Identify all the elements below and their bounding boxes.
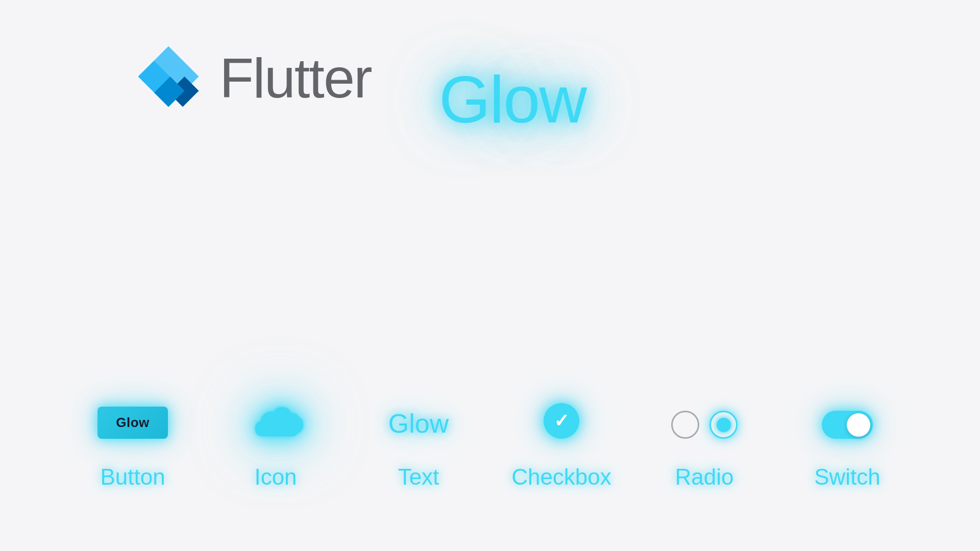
cloud-icon: [250, 403, 301, 439]
flutter-title: Flutter: [219, 45, 372, 110]
radio-selected[interactable]: [709, 411, 738, 439]
widget-radio: Radio: [633, 411, 776, 490]
switch-label: Switch: [814, 464, 880, 490]
text-label: Text: [398, 464, 439, 490]
checkmark-icon: ✓: [554, 410, 569, 432]
radio-label: Radio: [675, 464, 734, 490]
glow-button[interactable]: Glow: [97, 407, 168, 439]
switch-control[interactable]: [822, 411, 873, 439]
button-label: Button: [100, 464, 165, 490]
widget-switch: Switch: [776, 411, 919, 490]
glow-text-widget: Glow: [388, 408, 449, 439]
radio-unselected[interactable]: [671, 411, 699, 439]
glow-title: Glow: [439, 61, 586, 138]
checkbox-label: Checkbox: [511, 464, 611, 490]
widget-button: Glow Button: [61, 407, 204, 490]
checkbox-control[interactable]: ✓: [544, 403, 579, 439]
widgets-section: Glow Button Icon Glow: [0, 403, 980, 490]
icon-label: Icon: [254, 464, 297, 490]
header-section: Flutter Glow: [0, 0, 980, 114]
flutter-logo: [133, 41, 219, 114]
widget-text: Glow Text: [347, 408, 490, 490]
widget-checkbox: ✓ Checkbox: [490, 403, 633, 490]
switch-thumb: [847, 413, 870, 437]
radio-inner-dot: [717, 418, 731, 432]
radio-group: [671, 411, 738, 439]
widget-icon: Icon: [204, 403, 347, 490]
